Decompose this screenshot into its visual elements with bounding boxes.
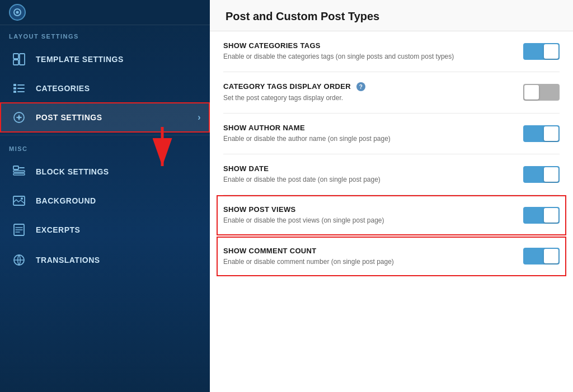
sidebar-item-background[interactable]: BACKGROUND xyxy=(0,187,210,215)
svg-rect-15 xyxy=(13,171,25,172)
toggle-knob xyxy=(544,44,558,59)
excerpts-icon xyxy=(10,224,28,236)
toggle-wrap-show-date xyxy=(520,166,560,183)
svg-rect-9 xyxy=(13,91,16,93)
toggle-wrap-show-post-views xyxy=(520,207,560,224)
sidebar-item-block-settings[interactable]: BLOCK SETTINGS xyxy=(0,157,210,187)
setting-desc-show-date: Enable or disable the post date (on sing… xyxy=(223,175,509,185)
background-label: BACKGROUND xyxy=(36,196,96,205)
categories-label: CATEGORIES xyxy=(36,84,90,93)
setting-title-show-date: SHOW DATE xyxy=(223,164,509,173)
setting-desc-category-tags-display-order: Set the post category tags display order… xyxy=(223,93,509,103)
layout-settings-label: LAYOUT SETTINGS xyxy=(0,25,210,44)
setting-show-comment-count: SHOW COMMENT COUNT Enable or disable com… xyxy=(219,239,564,275)
toggle-knob xyxy=(544,167,558,182)
svg-rect-7 xyxy=(13,87,16,89)
setting-desc-show-categories-tags: Enable or disable the categories tags (o… xyxy=(223,52,509,62)
translations-label: TRANSLATIONS xyxy=(36,256,100,265)
toggle-wrap-category-tags-display-order xyxy=(520,84,560,101)
svg-rect-10 xyxy=(17,91,25,92)
main-content: Post and Custom Post Types SHOW CATEGORI… xyxy=(210,0,573,392)
svg-rect-3 xyxy=(13,60,18,65)
setting-title-show-author-name: SHOW AUTHOR NAME xyxy=(223,124,509,132)
setting-info-show-comment-count: SHOW COMMENT COUNT Enable or disable com… xyxy=(223,247,509,267)
svg-rect-6 xyxy=(17,84,25,86)
sidebar-item-excerpts[interactable]: EXCERPTS xyxy=(0,215,210,245)
svg-point-1 xyxy=(16,11,19,14)
settings-list: SHOW CATEGORIES TAGS Enable or disable t… xyxy=(210,31,573,276)
template-icon xyxy=(10,53,28,65)
toggle-wrap-show-categories-tags xyxy=(520,43,560,60)
toggle-show-categories-tags[interactable] xyxy=(523,43,560,60)
setting-desc-show-post-views: Enable or disable the post views (on sin… xyxy=(223,216,509,225)
setting-title-category-tags-display-order: CATEGORY TAGS DISPLAY ORDER ? xyxy=(223,82,509,92)
excerpts-label: EXCERPTS xyxy=(36,225,80,234)
block-settings-label: BLOCK SETTINGS xyxy=(36,167,109,176)
categories-icon xyxy=(10,83,28,93)
chevron-right-icon: › xyxy=(198,112,201,122)
post-settings-label: POST SETTINGS xyxy=(36,113,102,122)
toggle-show-post-views[interactable] xyxy=(523,207,560,224)
toggle-show-comment-count[interactable] xyxy=(523,248,560,265)
setting-show-categories-tags: SHOW CATEGORIES TAGS Enable or disable t… xyxy=(223,31,560,72)
toggle-wrap-show-comment-count xyxy=(520,248,560,265)
svg-rect-2 xyxy=(13,54,18,59)
svg-point-12 xyxy=(18,116,21,119)
setting-info-show-date: SHOW DATE Enable or disable the post dat… xyxy=(223,164,509,185)
template-settings-label: TEMPLATE SETTINGS xyxy=(36,55,124,64)
toggle-knob xyxy=(544,208,558,223)
setting-desc-show-author-name: Enable or disable the author name (on si… xyxy=(223,134,509,144)
sidebar: LAYOUT SETTINGS TEMPLATE SETTINGS CATEGO… xyxy=(0,0,210,392)
setting-show-date: SHOW DATE Enable or disable the post dat… xyxy=(223,154,560,195)
sidebar-item-translations[interactable]: TRANSLATIONS xyxy=(0,245,210,275)
sidebar-item-template-settings[interactable]: TEMPLATE SETTINGS xyxy=(0,44,210,74)
sidebar-item-post-settings[interactable]: POST SETTINGS › xyxy=(0,102,210,133)
translations-icon xyxy=(10,254,28,266)
page-header: Post and Custom Post Types xyxy=(210,0,573,31)
misc-label: MISC xyxy=(0,138,210,157)
svg-point-18 xyxy=(21,197,23,200)
setting-title-show-comment-count: SHOW COMMENT COUNT xyxy=(223,247,509,255)
setting-title-show-post-views: SHOW POST VIEWS xyxy=(223,205,509,214)
svg-rect-5 xyxy=(13,84,16,86)
sidebar-divider xyxy=(0,135,210,135)
setting-info-show-categories-tags: SHOW CATEGORIES TAGS Enable or disable t… xyxy=(223,41,509,62)
toggle-show-date[interactable] xyxy=(523,166,560,183)
svg-rect-14 xyxy=(13,166,18,169)
setting-info-category-tags-display-order: CATEGORY TAGS DISPLAY ORDER ? Set the po… xyxy=(223,82,509,103)
svg-rect-4 xyxy=(20,54,25,65)
post-settings-icon xyxy=(10,111,28,124)
setting-info-show-post-views: SHOW POST VIEWS Enable or disable the po… xyxy=(223,205,509,225)
toggle-knob xyxy=(524,85,539,100)
setting-title-show-categories-tags: SHOW CATEGORIES TAGS xyxy=(223,41,509,50)
block-settings-icon xyxy=(10,166,28,178)
setting-show-author-name: SHOW AUTHOR NAME Enable or disable the a… xyxy=(223,114,560,154)
setting-show-post-views: SHOW POST VIEWS Enable or disable the po… xyxy=(219,197,564,233)
toggle-wrap-show-author-name xyxy=(520,125,560,142)
svg-rect-8 xyxy=(17,88,25,89)
toggle-knob xyxy=(544,249,558,263)
sidebar-logo-area xyxy=(0,0,210,25)
setting-desc-show-comment-count: Enable or disable comment number (on sin… xyxy=(223,257,509,267)
toggle-knob xyxy=(544,126,558,141)
toggle-category-tags-display-order[interactable] xyxy=(523,84,560,101)
logo-icon xyxy=(9,4,26,21)
setting-info-show-author-name: SHOW AUTHOR NAME Enable or disable the a… xyxy=(223,124,509,144)
setting-category-tags-display-order: CATEGORY TAGS DISPLAY ORDER ? Set the po… xyxy=(223,72,560,114)
page-title: Post and Custom Post Types xyxy=(226,10,557,23)
background-icon xyxy=(10,196,28,206)
toggle-show-author-name[interactable] xyxy=(523,125,560,142)
svg-rect-16 xyxy=(13,173,25,175)
sidebar-item-categories[interactable]: CATEGORIES xyxy=(0,74,210,102)
help-icon-display-order[interactable]: ? xyxy=(356,82,365,91)
